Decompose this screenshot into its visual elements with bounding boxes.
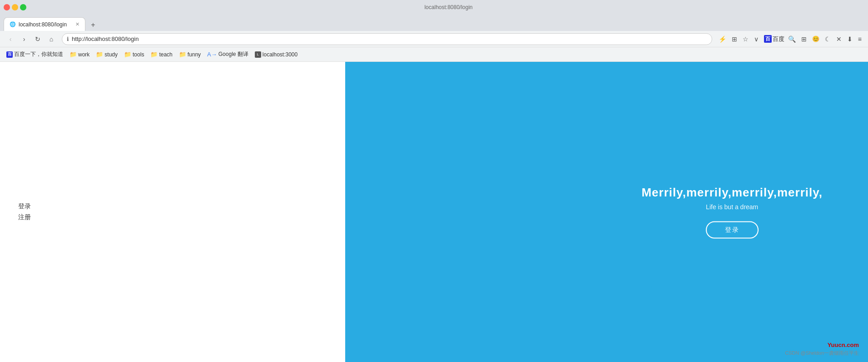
bookmark-baidu-label: 百度一下，你就知道 <box>14 50 63 58</box>
menu-icon[interactable]: ≡ <box>856 35 863 44</box>
bookmark-translate[interactable]: A→ Google 翻译 <box>205 50 250 59</box>
bookmark-tools-label: tools <box>133 51 144 58</box>
right-content: Merrily,merrily,merrily,merrily, Life is… <box>641 186 823 239</box>
bookmark-localhost3000[interactable]: L localhost:3000 <box>253 50 299 59</box>
lock-icon: ℹ <box>67 36 69 42</box>
bookmark-teach[interactable]: 📁 teach <box>149 50 174 59</box>
bookmark-localhost-label: localhost:3000 <box>263 51 298 58</box>
reload-btn[interactable]: ↻ <box>32 33 44 45</box>
bookmark-work[interactable]: 📁 work <box>68 50 91 59</box>
register-link[interactable]: 注册 <box>18 213 31 221</box>
baidu-label: 百度 <box>773 35 784 43</box>
apps-icon[interactable]: ⊞ <box>799 35 808 44</box>
login-links: 登录 注册 <box>18 202 31 221</box>
hero-login-button[interactable]: 登录 <box>706 221 759 239</box>
login-link[interactable]: 登录 <box>18 202 31 211</box>
translate-icon: A→ <box>207 51 217 58</box>
bookmark-study-label: study <box>104 51 118 58</box>
hero-title: Merrily,merrily,merrily,merrily, <box>641 186 823 200</box>
tab-bar: 🌐 localhost:8080/login ✕ + <box>0 15 868 31</box>
grid-icon[interactable]: ⊞ <box>730 35 739 44</box>
tab-label: localhost:8080/login <box>19 21 67 28</box>
close-icon[interactable]: ✕ <box>834 35 843 44</box>
page-content: 登录 注册 Merrily,merrily,merrily,merrily, L… <box>0 62 868 362</box>
bookmark-baidu[interactable]: 百 百度一下，你就知道 <box>5 50 65 59</box>
bookmark-tools[interactable]: 📁 tools <box>122 50 146 59</box>
hero-subtitle: Life is but a dream <box>641 203 823 211</box>
star-icon[interactable]: ☆ <box>741 35 750 44</box>
bookmark-study[interactable]: 📁 study <box>94 50 119 59</box>
folder-icon: 📁 <box>124 51 131 58</box>
baidu-icon: 百 <box>764 35 772 43</box>
left-panel: 登录 注册 <box>0 62 345 362</box>
title-bar: localhost:8080/login <box>0 0 868 15</box>
active-tab[interactable]: 🌐 localhost:8080/login ✕ <box>4 17 85 31</box>
nav-right-controls: ⚡ ⊞ ☆ ∨ 百 百度 🔍 ⊞ 😊 ☾ ✕ ⬇ ≡ <box>717 35 863 44</box>
nav-bar: ‹ › ↻ ⌂ ℹ http://localhost:8080/login ⚡ … <box>0 31 868 47</box>
maximize-btn[interactable] <box>20 4 26 10</box>
csdn-credit: CSDN @Sheldon一袭烟雨任平生 <box>785 350 859 357</box>
forward-btn[interactable]: › <box>18 33 30 45</box>
moon-icon[interactable]: ☾ <box>823 35 833 44</box>
baidu-fav-icon: 百 <box>6 51 13 58</box>
watermark-text: Yuucn.com <box>828 342 859 348</box>
folder-icon: 📁 <box>96 51 103 58</box>
window-title: localhost:8080/login <box>424 4 472 10</box>
search-icon[interactable]: 🔍 <box>786 35 798 44</box>
close-btn[interactable] <box>4 4 10 10</box>
footer: CSDN @Sheldon一袭烟雨任平生 <box>785 350 859 357</box>
chevron-icon[interactable]: ∨ <box>752 35 760 44</box>
address-bar[interactable]: ℹ http://localhost:8080/login <box>62 33 712 45</box>
back-btn[interactable]: ‹ <box>5 33 16 45</box>
new-tab-btn[interactable]: + <box>87 19 99 31</box>
bookmark-translate-label: Google 翻译 <box>218 50 248 58</box>
right-panel: Merrily,merrily,merrily,merrily, Life is… <box>345 62 868 362</box>
tab-close[interactable]: ✕ <box>75 21 79 27</box>
folder-icon: 📁 <box>179 51 186 58</box>
folder-icon: 📁 <box>69 51 77 58</box>
home-btn[interactable]: ⌂ <box>45 33 57 45</box>
watermark: Yuucn.com <box>828 342 859 348</box>
profile-icon[interactable]: 😊 <box>810 35 821 43</box>
browser-window: localhost:8080/login 🌐 localhost:8080/lo… <box>0 0 868 362</box>
bookmark-funny[interactable]: 📁 funny <box>177 50 203 59</box>
bookmark-funny-label: funny <box>188 51 201 58</box>
tab-favicon: 🌐 <box>10 21 16 27</box>
minimize-btn[interactable] <box>12 4 18 10</box>
download-icon[interactable]: ⬇ <box>845 35 854 44</box>
lightning-icon[interactable]: ⚡ <box>717 35 728 44</box>
bookmark-work-label: work <box>78 51 89 58</box>
folder-icon: 📁 <box>150 51 158 58</box>
blue-circle-decoration <box>345 62 663 362</box>
localhost-icon: L <box>255 51 261 58</box>
bookmarks-bar: 百 百度一下，你就知道 📁 work 📁 study 📁 tools 📁 tea… <box>0 47 868 62</box>
bookmark-teach-label: teach <box>159 51 172 58</box>
baidu-btn[interactable]: 百 百度 <box>764 35 784 43</box>
url-text: http://localhost:8080/login <box>72 35 139 42</box>
